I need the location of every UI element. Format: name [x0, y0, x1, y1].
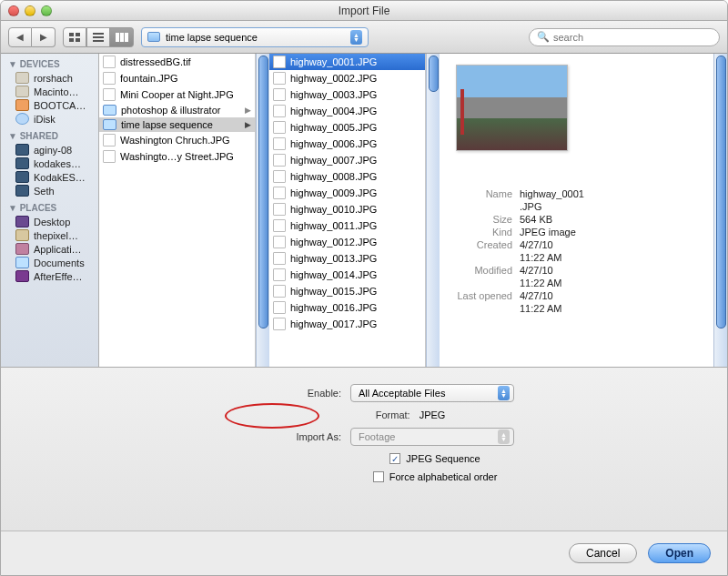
file-name: highway_0013.JPG — [290, 253, 377, 264]
toolbar: ◀ ▶ time lapse sequence ▲▼ 🔍 — [1, 21, 727, 54]
meta-val-opened2: 11:22 AM — [520, 303, 561, 314]
cancel-button[interactable]: Cancel — [569, 543, 637, 563]
sidebar-item-label: iDisk — [34, 114, 56, 125]
import-as-label: Import As: — [214, 431, 341, 442]
file-row[interactable]: highway_0004.JPG — [269, 103, 425, 119]
file-row[interactable]: highway_0013.JPG — [269, 250, 425, 267]
sidebar-item[interactable]: KodakES… — [1, 170, 98, 184]
file-name: Washington Chruch.JPG — [120, 135, 230, 146]
grid-icon — [69, 33, 80, 42]
file-icon — [273, 285, 286, 298]
column-2[interactable]: highway_0001.JPGhighway_0002.JPGhighway_… — [269, 54, 426, 367]
file-row[interactable]: highway_0012.JPG — [269, 234, 425, 250]
sidebar-section-header[interactable]: ▼ DEVICES — [1, 54, 98, 71]
sidebar-item[interactable]: Applicati… — [1, 242, 98, 256]
meta-val-ext: .JPG — [520, 201, 541, 212]
file-row[interactable]: highway_0002.JPG — [269, 70, 425, 86]
sidebar-item[interactable]: kodakes… — [1, 157, 98, 170]
file-row[interactable]: time lapse sequence▶ — [99, 117, 255, 132]
search-input[interactable] — [553, 32, 712, 43]
sidebar-section-header[interactable]: ▼ SHARED — [1, 126, 98, 143]
search-field[interactable]: 🔍 — [529, 28, 720, 46]
svg-rect-4 — [93, 33, 104, 35]
column-1[interactable]: distressedBG.tiffountain.JPGMini Cooper … — [99, 54, 256, 367]
force-alpha-checkbox[interactable] — [373, 471, 384, 482]
file-row[interactable]: highway_0006.JPG — [269, 136, 425, 152]
file-row[interactable]: highway_0016.JPG — [269, 299, 425, 316]
file-icon — [273, 187, 286, 199]
file-row[interactable]: highway_0003.JPG — [269, 86, 425, 103]
enable-label: Enable: — [214, 388, 341, 399]
forward-button[interactable]: ▶ — [32, 27, 56, 47]
scroll-thumb[interactable] — [258, 56, 268, 328]
minimize-window-button[interactable] — [25, 5, 35, 16]
jpeg-sequence-checkbox[interactable]: ✓ — [389, 453, 400, 464]
file-row[interactable]: highway_0014.JPG — [269, 267, 425, 283]
file-row[interactable]: Mini Cooper at Night.JPG — [99, 86, 255, 103]
file-row[interactable]: distressedBG.tif — [99, 54, 255, 70]
sidebar-item[interactable]: thepixel… — [1, 228, 98, 242]
sidebar-item[interactable]: AfterEffe… — [1, 269, 98, 283]
back-button[interactable]: ◀ — [8, 27, 32, 47]
enable-select[interactable]: All Acceptable Files ▲▼ — [350, 384, 514, 402]
file-name: highway_0002.JPG — [290, 73, 377, 84]
preview-pane: Namehighway_0001 .JPG Size564 KB KindJPE… — [440, 54, 713, 367]
file-icon — [273, 318, 286, 330]
sidebar-item[interactable]: aginy-08 — [1, 143, 98, 157]
column-1-scrollbar[interactable] — [256, 54, 269, 367]
import-as-row: Import As: Footage ▲▼ — [214, 428, 514, 446]
sidebar-item[interactable]: Documents — [1, 256, 98, 269]
file-icon — [103, 56, 116, 68]
sidebar-item[interactable]: rorshach — [1, 71, 98, 85]
jpeg-sequence-label: JPEG Sequence — [406, 453, 480, 464]
file-row[interactable]: highway_0009.JPG — [269, 185, 425, 201]
enable-value: All Acceptable Files — [359, 388, 445, 399]
file-row[interactable]: photoshop & illustrator▶ — [99, 103, 255, 117]
file-name: highway_0015.JPG — [290, 286, 377, 297]
column-2-scrollbar[interactable] — [426, 54, 440, 367]
ext-icon — [15, 99, 29, 111]
view-mode-group — [63, 27, 134, 47]
file-row[interactable]: highway_0010.JPG — [269, 201, 425, 217]
path-selector[interactable]: time lapse sequence ▲▼ — [141, 27, 369, 47]
file-row[interactable]: highway_0001.JPG — [269, 54, 425, 70]
updown-arrows-icon: ▲▼ — [350, 30, 362, 45]
list-view-button[interactable] — [86, 27, 110, 47]
open-button[interactable]: Open — [648, 543, 711, 563]
preview-scrollbar[interactable] — [713, 54, 727, 367]
column-view-button[interactable] — [110, 27, 134, 47]
file-row[interactable]: highway_0015.JPG — [269, 283, 425, 299]
zoom-window-button[interactable] — [41, 5, 52, 16]
sidebar-item[interactable]: Seth — [1, 184, 98, 197]
file-icon — [273, 236, 286, 248]
sidebar-section-header[interactable]: ▼ PLACES — [1, 197, 98, 215]
file-row[interactable]: highway_0011.JPG — [269, 217, 425, 234]
sidebar-item[interactable]: BOOTCA… — [1, 98, 98, 112]
file-row[interactable]: Washingto…y Street.JPG — [99, 148, 255, 165]
import-file-window: Import File ◀ ▶ time lapse sequence ▲▼ 🔍 — [0, 0, 728, 576]
scroll-thumb[interactable] — [429, 56, 439, 92]
file-row[interactable]: highway_0007.JPG — [269, 152, 425, 168]
file-icon — [273, 219, 286, 232]
svg-rect-9 — [125, 33, 128, 42]
meta-key-ext — [450, 201, 520, 212]
sidebar: ▼ DEVICESrorshachMacinto…BOOTCA…iDisk▼ S… — [1, 54, 99, 367]
icon-view-button[interactable] — [63, 27, 86, 47]
sidebar-item[interactable]: Macinto… — [1, 85, 98, 98]
format-value: JPEG — [420, 409, 446, 420]
sidebar-item[interactable]: Desktop — [1, 215, 98, 228]
svg-rect-2 — [69, 38, 74, 42]
dialog-buttons: Cancel Open — [1, 531, 727, 575]
file-row[interactable]: highway_0008.JPG — [269, 168, 425, 185]
meta-key-size: Size — [450, 214, 520, 225]
file-name: Washingto…y Street.JPG — [120, 151, 234, 162]
sidebar-item-label: Applicati… — [34, 244, 82, 255]
file-row[interactable]: fountain.JPG — [99, 70, 255, 86]
sidebar-item[interactable]: iDisk — [1, 112, 98, 126]
scroll-thumb[interactable] — [716, 56, 726, 328]
file-row[interactable]: highway_0017.JPG — [269, 316, 425, 332]
close-window-button[interactable] — [8, 5, 19, 16]
file-row[interactable]: Washington Chruch.JPG — [99, 132, 255, 148]
file-row[interactable]: highway_0005.JPG — [269, 119, 425, 136]
sidebar-item-label: BOOTCA… — [34, 100, 86, 111]
